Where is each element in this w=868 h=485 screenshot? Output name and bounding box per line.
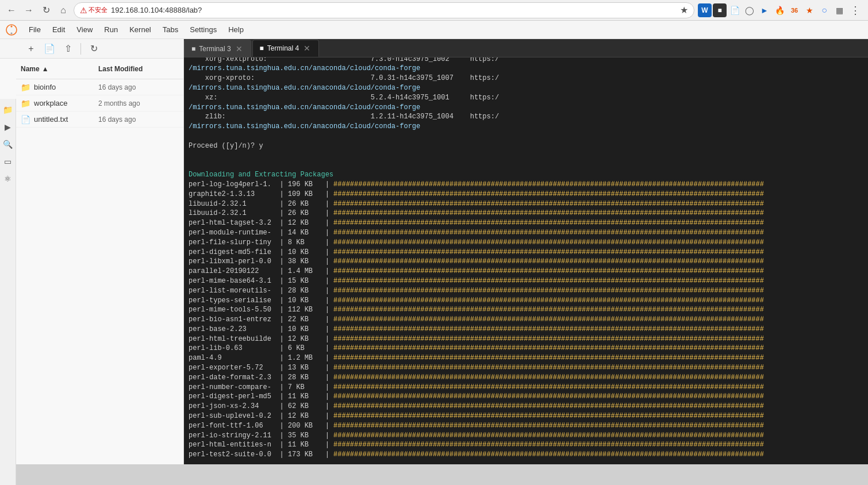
ext-puzzle-icon[interactable]: ▦ (832, 3, 846, 17)
address-bar[interactable]: ⚠ 不安全 192.168.10.104:48888/lab? ★ (74, 2, 694, 18)
security-warning: ⚠ 不安全 (80, 6, 107, 15)
folder-icon: 📁 (21, 83, 30, 92)
file-browser-toolbar: + 📄 ⇧ ↻ (0, 39, 183, 59)
tab-terminal-4[interactable]: ■ Terminal 4 ✕ (252, 40, 320, 57)
sidebar-icon-rail: 📁 ▶ 🔍 ▭ ⚛ (0, 99, 16, 485)
ext-arrow-icon[interactable]: ► (758, 3, 771, 17)
ext-doc-icon[interactable]: 📄 (728, 3, 742, 17)
col-modified[interactable]: Last Modified (98, 65, 179, 73)
ext-red-icon[interactable]: 🔥 (773, 3, 786, 17)
file-name: untitled.txt (34, 115, 98, 124)
sidebar-icon-extensions[interactable]: ⚛ (2, 172, 14, 185)
file-name: bioinfo (34, 83, 98, 91)
ext-w-icon[interactable]: W (698, 3, 712, 17)
tab-bar: ■ Terminal 3 ✕ ■ Terminal 4 ✕ (184, 39, 868, 57)
list-item[interactable]: 📁 bioinfo 16 days ago (16, 79, 183, 95)
list-item[interactable]: 📁 workplace 2 months ago (16, 95, 183, 111)
menu-edit[interactable]: Edit (47, 23, 71, 36)
menu-bar: File Edit View Run Kernel Tabs Settings … (0, 21, 868, 39)
ext-shield-icon[interactable]: 36 (788, 3, 801, 17)
sidebar-icon-files[interactable]: 📁 (2, 103, 14, 116)
terminal-icon: ■ (260, 44, 264, 52)
file-modified: 2 months ago (98, 99, 179, 107)
menu-help[interactable]: Help (222, 23, 249, 36)
file-modified: 16 days ago (98, 83, 179, 91)
sidebar-icon-commands[interactable]: 🔍 (2, 138, 14, 151)
nav-bar: ← → ↻ ⌂ ⚠ 不安全 192.168.10.104:48888/lab? … (0, 0, 868, 21)
file-list-header: Name ▲ Last Modified (16, 59, 183, 79)
file-modified: 16 days ago (98, 116, 179, 124)
menu-tabs[interactable]: Tabs (157, 23, 184, 36)
main-content: 📁 ▶ 🔍 ▭ ⚛ + 📄 ⇧ ↻ Name ▲ Last Modified (0, 39, 868, 464)
upload-button[interactable]: ⇧ (60, 41, 76, 57)
refresh-button[interactable]: ↻ (86, 41, 102, 57)
new-folder-button[interactable]: + (23, 41, 39, 57)
menu-settings[interactable]: Settings (184, 23, 222, 36)
menu-view[interactable]: View (71, 23, 98, 36)
col-name[interactable]: Name ▲ (21, 65, 98, 73)
file-browser: + 📄 ⇧ ↻ Name ▲ Last Modified 📁 bioinfo 1… (0, 39, 184, 464)
bookmark-icon[interactable]: ★ (680, 5, 688, 16)
menu-run[interactable]: Run (98, 23, 124, 36)
svg-point-1 (10, 25, 12, 27)
terminal-area: ■ Terminal 3 ✕ ■ Terminal 4 ✕ /mirrors.t… (184, 39, 868, 464)
toolbar-separator (80, 43, 81, 55)
file-name: workplace (34, 99, 98, 107)
address-text: 192.168.10.104:48888/lab? (111, 6, 677, 14)
menu-button[interactable]: ⋮ (847, 2, 863, 18)
file-list: 📁 bioinfo 16 days ago 📁 workplace 2 mont… (16, 79, 183, 464)
tab-close-3[interactable]: ✕ (235, 45, 244, 53)
forward-button[interactable]: → (22, 3, 36, 17)
folder-icon: 📁 (21, 99, 30, 108)
list-item[interactable]: 📄 untitled.txt 16 days ago (16, 111, 183, 128)
sort-indicator: ▲ (42, 65, 49, 73)
sidebar-icon-running[interactable]: ▶ (2, 121, 14, 133)
file-icon: 📄 (21, 115, 30, 124)
menu-kernel[interactable]: Kernel (124, 23, 157, 36)
tab-close-4[interactable]: ✕ (302, 44, 312, 52)
tab-terminal-3[interactable]: ■ Terminal 3 ✕ (184, 40, 251, 57)
reload-button[interactable]: ↻ (39, 3, 53, 17)
file-browser-inner: Name ▲ Last Modified 📁 bioinfo 16 days a… (16, 59, 183, 464)
svg-point-2 (10, 32, 12, 34)
jupyter-logo (5, 23, 18, 37)
sidebar-icon-tabs[interactable]: ▭ (2, 155, 14, 168)
terminal-content[interactable]: /mirrors.tuna.tsinghua.edu.cn/anaconda/c… (184, 57, 868, 464)
ext-m-icon[interactable]: ■ (713, 3, 727, 17)
ext-chrome-icon[interactable]: ○ (817, 3, 831, 17)
new-launcher-button[interactable]: 📄 (41, 41, 57, 57)
ext-circle-icon[interactable]: ◯ (743, 3, 756, 17)
back-button[interactable]: ← (5, 3, 18, 17)
menu-file[interactable]: File (23, 23, 47, 36)
home-button[interactable]: ⌂ (56, 3, 70, 17)
browser-actions: W ■ 📄 ◯ ► 🔥 36 ★ ○ ▦ ⋮ (698, 2, 863, 18)
terminal-icon: ■ (191, 45, 195, 53)
ext-star2-icon[interactable]: ★ (802, 3, 816, 17)
